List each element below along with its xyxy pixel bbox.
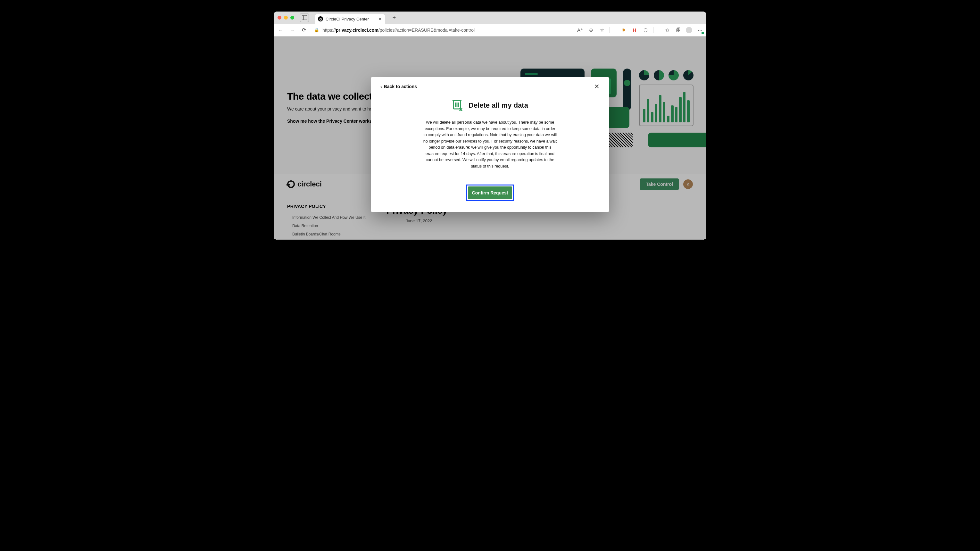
- back-link-label: Back to actions: [384, 84, 417, 89]
- confirm-focus-ring: Confirm Request: [466, 184, 514, 201]
- confirm-request-button[interactable]: Confirm Request: [468, 186, 512, 199]
- separator: [609, 27, 616, 33]
- delete-data-modal: ‹ Back to actions ✕ Delete all m: [371, 77, 609, 212]
- favorite-icon[interactable]: ☆: [599, 27, 605, 33]
- extension-bug-icon[interactable]: ✸: [620, 27, 627, 33]
- modal-close-button[interactable]: ✕: [594, 83, 600, 90]
- page-viewport: The data we collect, how it's u We care …: [274, 37, 706, 240]
- tab-favicon-icon: ◔: [318, 16, 323, 21]
- trash-icon: [452, 98, 463, 112]
- toolbar-actions: A⁺ ⊖ ☆ ✸ H ⬡ ✩ 🗐 ⋯: [577, 27, 703, 33]
- window-close-icon[interactable]: [278, 16, 282, 19]
- read-aloud-icon[interactable]: A⁺: [577, 27, 583, 33]
- browser-tab[interactable]: ◔ CircleCI Privacy Center ✕: [315, 14, 385, 24]
- tab-strip: ◔ CircleCI Privacy Center ✕ +: [274, 11, 706, 24]
- url-host: privacy.circleci.com: [336, 27, 379, 33]
- browser-toolbar: ← → ⟳ 🔒 https://privacy.circleci.com/pol…: [274, 24, 706, 37]
- window-maximize-icon[interactable]: [290, 16, 294, 19]
- separator: [653, 27, 660, 33]
- lock-icon: 🔒: [314, 27, 319, 32]
- address-bar[interactable]: 🔒 https://privacy.circleci.com/policies?…: [312, 25, 573, 35]
- more-menu-icon[interactable]: ⋯: [697, 27, 703, 33]
- browser-window: ◔ CircleCI Privacy Center ✕ + ← → ⟳ 🔒 ht…: [274, 11, 706, 240]
- modal-body-text: We will delete all personal data we have…: [423, 119, 557, 169]
- collections-icon[interactable]: 🗐: [675, 27, 681, 33]
- svg-rect-0: [302, 15, 307, 20]
- nav-forward-button[interactable]: →: [288, 26, 296, 34]
- window-minimize-icon[interactable]: [284, 16, 288, 19]
- new-tab-button[interactable]: +: [390, 13, 399, 22]
- nav-reload-button[interactable]: ⟳: [300, 26, 308, 34]
- modal-title: Delete all my data: [469, 101, 528, 110]
- favorites-bar-icon[interactable]: ✩: [664, 27, 670, 33]
- back-to-actions-link[interactable]: ‹ Back to actions: [380, 84, 417, 89]
- modal-header: ‹ Back to actions ✕: [380, 83, 600, 90]
- modal-title-row: Delete all my data: [380, 98, 600, 112]
- url-text: https://privacy.circleci.com/policies?ac…: [322, 27, 475, 33]
- tab-close-icon[interactable]: ✕: [378, 16, 382, 21]
- extension-h-icon[interactable]: H: [631, 27, 638, 33]
- tab-title: CircleCI Privacy Center: [326, 17, 369, 21]
- nav-back-button[interactable]: ←: [277, 26, 285, 34]
- url-path: /policies?action=ERASURE&modal=take-cont…: [379, 27, 475, 33]
- window-controls: [278, 16, 294, 19]
- profile-avatar-icon[interactable]: [686, 27, 692, 33]
- sidebar-toggle-icon[interactable]: [300, 13, 309, 22]
- url-scheme: https://: [322, 27, 336, 33]
- extensions-icon[interactable]: ⬡: [642, 27, 649, 33]
- zoom-icon[interactable]: ⊖: [588, 27, 594, 33]
- chevron-left-icon: ‹: [380, 84, 382, 89]
